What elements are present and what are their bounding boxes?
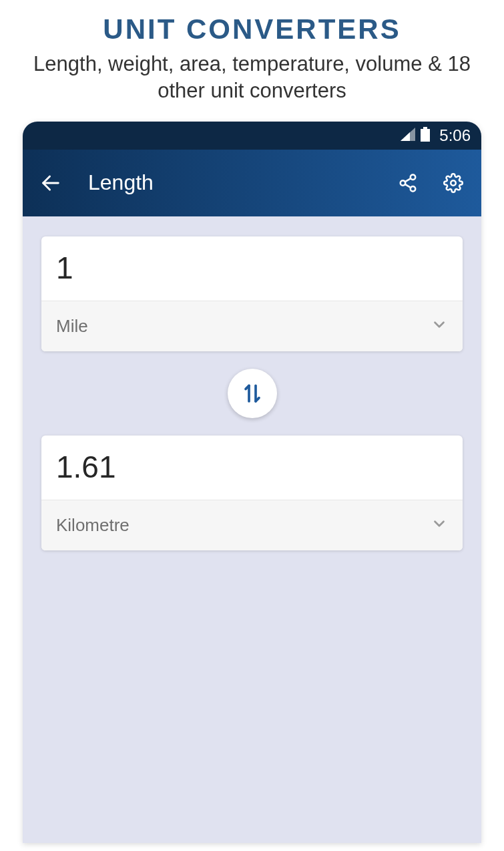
- converter-content: 1 Mile 1.6: [23, 216, 481, 570]
- from-value-input[interactable]: 1: [41, 236, 463, 301]
- promo-header: UNIT CONVERTERS Length, weight, area, te…: [0, 0, 504, 112]
- to-unit-label: Kilometre: [56, 515, 130, 536]
- status-bar: 5:06: [23, 122, 481, 150]
- swap-container: [41, 369, 463, 418]
- from-card: 1 Mile: [41, 236, 463, 351]
- from-unit-label: Mile: [56, 316, 88, 337]
- svg-line-6: [405, 178, 411, 182]
- promo-subtitle: Length, weight, area, temperature, volum…: [20, 51, 484, 105]
- settings-button[interactable]: [439, 168, 468, 198]
- chevron-down-icon: [431, 316, 448, 336]
- to-unit-selector[interactable]: Kilometre: [41, 500, 463, 550]
- to-value-display[interactable]: 1.61: [41, 436, 463, 500]
- swap-button[interactable]: [228, 369, 277, 418]
- battery-icon: [421, 127, 430, 144]
- svg-rect-1: [421, 129, 430, 142]
- svg-line-7: [405, 184, 411, 187]
- back-button[interactable]: [36, 168, 65, 198]
- signal-icon: [401, 128, 415, 144]
- app-bar: Length: [23, 150, 481, 216]
- to-card: 1.61 Kilometre: [41, 436, 463, 550]
- device-frame: 5:06 Length 1: [23, 122, 481, 843]
- page-title: Length: [88, 170, 377, 195]
- chevron-down-icon: [431, 515, 448, 535]
- promo-title: UNIT CONVERTERS: [20, 13, 484, 45]
- svg-rect-0: [423, 127, 427, 129]
- share-button[interactable]: [393, 168, 423, 198]
- svg-point-8: [451, 180, 456, 186]
- from-unit-selector[interactable]: Mile: [41, 301, 463, 351]
- status-time: 5:06: [439, 126, 471, 145]
